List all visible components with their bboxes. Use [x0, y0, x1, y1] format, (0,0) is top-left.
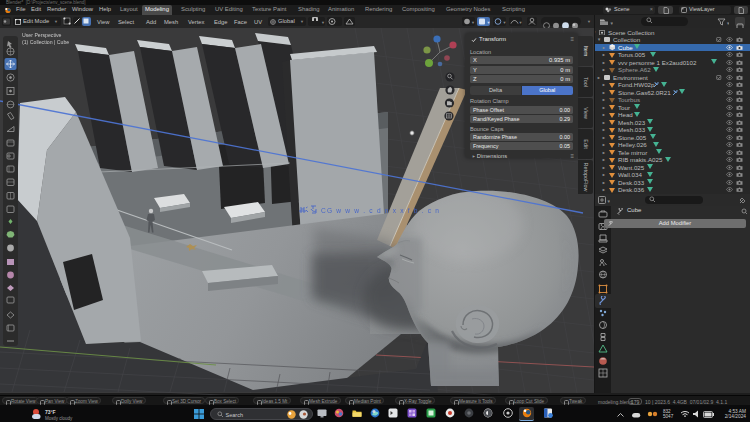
svg-text:▼: ▼: [607, 199, 611, 204]
svg-text:▼: ▼: [503, 20, 507, 25]
svg-text:▼: ▼: [519, 20, 523, 25]
svg-text:(1) Collection | Cube: (1) Collection | Cube: [22, 39, 69, 45]
svg-text:CG w w w . c d n x x f b . c: CG w w w . c d n x x f b . c n: [321, 207, 440, 214]
svg-text:▼: ▼: [471, 20, 475, 25]
svg-text:▼: ▼: [487, 20, 491, 25]
svg-text:▼: ▼: [726, 20, 729, 25]
svg-text:User Perspective: User Perspective: [22, 32, 62, 38]
svg-text:▼: ▼: [610, 20, 614, 25]
svg-text:▼: ▼: [321, 20, 325, 25]
